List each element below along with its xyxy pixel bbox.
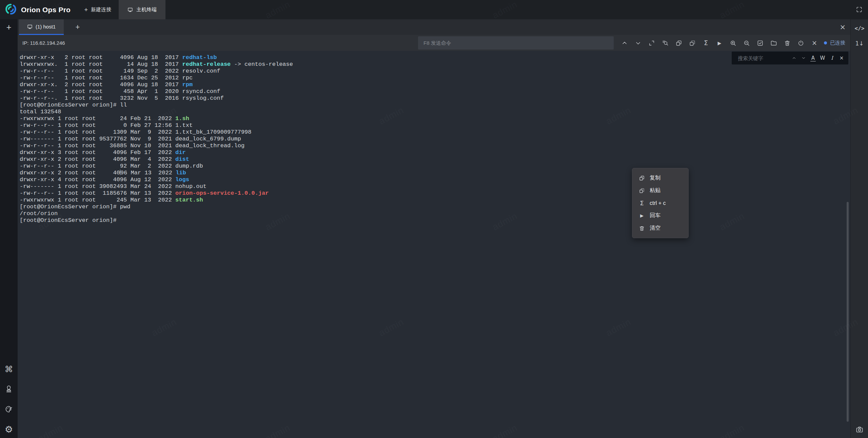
- context-menu-item-ctrl-c[interactable]: Σctrl + c: [632, 197, 688, 209]
- left-sidebar: + ⌘⚙: [0, 19, 18, 438]
- terminal-line: [root@OrionEcsServer orion]# ll: [20, 102, 293, 109]
- match-case-icon[interactable]: A: [810, 55, 816, 61]
- context-menu-item-copy[interactable]: 复制: [632, 172, 688, 184]
- power-button[interactable]: [794, 35, 808, 51]
- zoom-in-button[interactable]: [726, 35, 740, 51]
- terminal-line: drwxr-xr-x 2 root root 4096 Mar 4 2022 d…: [20, 156, 293, 163]
- terminal-line: /root/orion: [20, 210, 293, 217]
- ip-label: IP: 116.62.194.246: [22, 35, 65, 51]
- terminal-line: lrwxrwxrwx. 1 root root 14 Aug 18 2017 r…: [20, 61, 293, 68]
- terminal-line: -rw------- 1 root root 95377762 Nov 9 20…: [20, 136, 293, 142]
- terminal-line: -rw-r--r-- 1 root root 458 Apr 1 2020 rs…: [20, 88, 293, 95]
- context-menu-label: 清空: [650, 225, 660, 232]
- search-close-icon[interactable]: ×: [839, 54, 844, 62]
- stamp-icon: [5, 385, 13, 393]
- send-enter-button[interactable]: ▶: [713, 35, 726, 51]
- scroll-up-icon: [621, 40, 628, 46]
- terminal-line: -rw-r--r-- 1 root root 1185676 Mar 13 20…: [20, 190, 293, 197]
- copy-button[interactable]: [672, 35, 686, 51]
- terminal-line: -rw-r--r-- 1 root root 0 Feb 27 12:56 1.…: [20, 122, 293, 129]
- close-button[interactable]: ×: [808, 35, 821, 51]
- code-icon[interactable]: </>: [851, 24, 868, 33]
- monitor-icon: [127, 7, 133, 13]
- terminal-output: drwxr-xr-x 2 root root 4096 Aug 18 2017 …: [20, 54, 293, 224]
- zoom-out-icon: [743, 40, 750, 46]
- terminal-line: -rw------- 1 root root 39082493 Mar 24 2…: [20, 183, 293, 190]
- add-tab-button[interactable]: +: [72, 19, 83, 35]
- new-terminal-button[interactable]: +: [0, 19, 18, 35]
- terminal-line: total 132548: [20, 109, 293, 115]
- send-enter-icon: ▶: [718, 41, 722, 45]
- theme-icon: [5, 405, 13, 413]
- copy-icon: [675, 40, 682, 46]
- ctrl-c-button[interactable]: Σ: [699, 35, 713, 51]
- top-bar: Orion Ops Pro + 新建连接 主机终端: [0, 0, 868, 19]
- linefeed-icon[interactable]: 1↓: [851, 39, 868, 48]
- search-input[interactable]: [737, 55, 789, 61]
- settings-icon: ⚙: [5, 425, 13, 434]
- plus-icon: +: [84, 6, 88, 13]
- context-menu-item-enter[interactable]: ▶回车: [632, 209, 688, 222]
- power-icon: [797, 40, 804, 46]
- expand-button[interactable]: [645, 35, 658, 51]
- trash-icon: [784, 40, 791, 46]
- zoom-in-icon: [730, 40, 736, 46]
- terminal-line: -rw-r--r-- 1 root root 36885 Nov 10 2021…: [20, 142, 293, 149]
- menu-new-connection-label: 新建连接: [91, 6, 111, 13]
- context-menu-item-paste[interactable]: 粘贴: [632, 184, 688, 197]
- ctrl-c-icon: Σ: [704, 40, 708, 46]
- search-icon: [662, 40, 669, 46]
- select-checkbox-button[interactable]: [753, 35, 767, 51]
- menu-new-connection[interactable]: + 新建连接: [84, 6, 111, 13]
- folder-icon: [770, 40, 777, 46]
- context-menu-label: 回车: [650, 212, 660, 219]
- whole-word-icon[interactable]: W: [820, 54, 825, 62]
- scroll-down-icon: [635, 40, 642, 46]
- scrollbar-thumb[interactable]: [847, 202, 849, 422]
- context-menu-item-clear[interactable]: 清空: [632, 222, 688, 234]
- search-next-icon[interactable]: [801, 54, 806, 62]
- terminal-line: drwxr-xr-x. 2 root root 4096 Aug 18 2017…: [20, 81, 293, 88]
- zoom-out-button[interactable]: [740, 35, 753, 51]
- theme-button[interactable]: [5, 405, 13, 414]
- terminal-line: -rw-r--r-- 1 root root 1634 Dec 25 2012 …: [20, 75, 293, 81]
- shortcut-button[interactable]: ⌘: [5, 365, 13, 374]
- close-icon[interactable]: ×: [840, 19, 846, 35]
- terminal-line: drwxr-xr-x 3 root root 4096 Feb 17 2022 …: [20, 149, 293, 156]
- copy-icon: [639, 175, 645, 182]
- scroll-down-button[interactable]: [631, 35, 645, 51]
- paste-button[interactable]: [686, 35, 699, 51]
- folder-button[interactable]: [767, 35, 781, 51]
- terminal-line: drwxr-xr-x 4 root root 4096 Aug 12 2022 …: [20, 176, 293, 183]
- scroll-up-button[interactable]: [618, 35, 631, 51]
- command-input[interactable]: [418, 36, 614, 50]
- context-menu-label: ctrl + c: [650, 200, 666, 206]
- camera-icon[interactable]: [851, 425, 868, 434]
- status-dot: [824, 41, 827, 44]
- tab-host-terminal[interactable]: 主机终端: [119, 0, 165, 19]
- regex-icon[interactable]: I: [829, 54, 835, 62]
- settings-button[interactable]: ⚙: [5, 425, 13, 434]
- terminal-line: [root@OrionEcsServer orion]# pwd: [20, 204, 293, 210]
- right-sidebar: </> 1↓: [850, 19, 868, 438]
- stamp-button[interactable]: [5, 385, 13, 394]
- clear-icon: [639, 225, 645, 232]
- terminal-screen[interactable]: drwxr-xr-x 2 root root 4096 Aug 18 2017 …: [18, 51, 850, 438]
- paste-icon: [639, 187, 645, 194]
- fullscreen-icon[interactable]: [856, 6, 863, 13]
- tab-host1[interactable]: (1) host1: [19, 19, 64, 35]
- app-logo-icon: [5, 3, 17, 17]
- terminal-line: drwxr-xr-x 2 root root 4096 Aug 18 2017 …: [20, 54, 293, 61]
- app-title: Orion Ops Pro: [21, 6, 71, 14]
- connection-status: 已连接: [824, 35, 845, 51]
- select-checkbox-icon: [757, 40, 764, 46]
- terminal-tab-bar: (1) host1 + ×: [18, 19, 850, 35]
- trash-button[interactable]: [781, 35, 794, 51]
- terminal-line: drwxr-xr-x 2 root root 4096 Mar 13 2022 …: [20, 170, 293, 176]
- search-overlay: AWI×: [732, 52, 848, 64]
- search-prev-icon[interactable]: [791, 54, 797, 62]
- ctrl-c-icon: Σ: [639, 200, 645, 206]
- enter-icon: ▶: [639, 213, 645, 218]
- terminal-line: -rwxrwxrwx 1 root root 245 Mar 13 2022 s…: [20, 197, 293, 204]
- search-button[interactable]: [658, 35, 672, 51]
